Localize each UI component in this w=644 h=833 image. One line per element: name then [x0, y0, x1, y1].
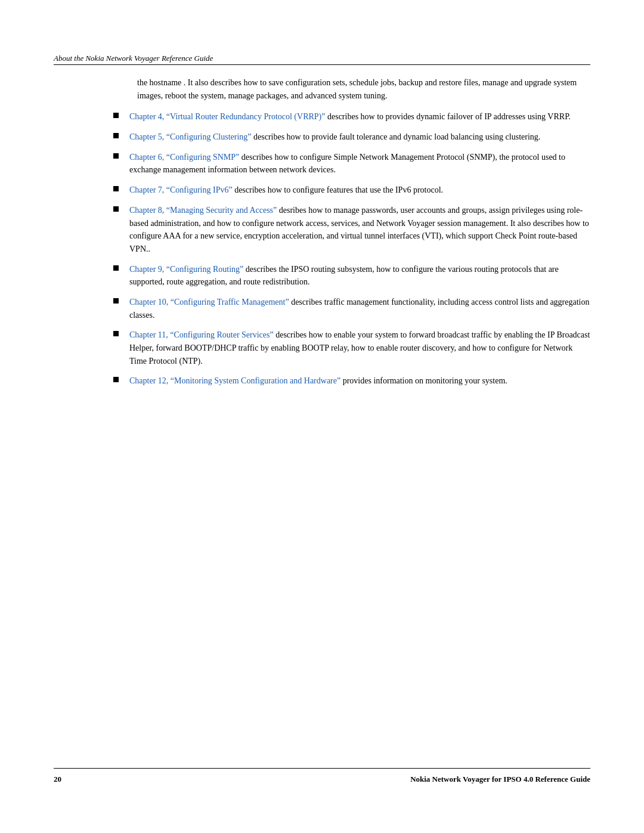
chapter-link-7[interactable]: Chapter 11, “Configuring Router Services…	[129, 330, 274, 339]
chapter-link-0[interactable]: Chapter 4, “Virtual Router Redundancy Pr…	[129, 112, 325, 121]
page: About the Nokia Network Voyager Referenc…	[0, 0, 644, 833]
bullet-text-1: Chapter 5, “Configuring Clustering” desc…	[129, 131, 590, 144]
list-item: Chapter 12, “Monitoring System Configura…	[113, 374, 590, 388]
footer-page-number: 20	[54, 775, 61, 784]
bullet-icon	[113, 153, 119, 159]
footer-title: Nokia Network Voyager for IPSO 4.0 Refer…	[410, 775, 590, 784]
list-item: Chapter 11, “Configuring Router Services…	[113, 329, 590, 367]
footer-rule	[54, 768, 590, 769]
bullet-text-5: Chapter 9, “Configuring Routing” describ…	[129, 263, 590, 289]
chapter-link-4[interactable]: Chapter 8, “Managing Security and Access…	[129, 206, 277, 215]
content-area: the hostname . It also describes how to …	[54, 76, 590, 755]
list-item: Chapter 6, “Configuring SNMP” describes …	[113, 151, 590, 176]
chapter-link-8[interactable]: Chapter 12, “Monitoring System Configura…	[129, 376, 340, 385]
chapter-link-1[interactable]: Chapter 5, “Configuring Clustering”	[129, 132, 252, 141]
list-item: Chapter 8, “Managing Security and Access…	[113, 204, 590, 256]
bullet-icon	[113, 298, 119, 304]
bullet-text-7: Chapter 11, “Configuring Router Services…	[129, 329, 590, 367]
list-item: Chapter 9, “Configuring Routing” describ…	[113, 263, 590, 289]
bullet-list: Chapter 4, “Virtual Router Redundancy Pr…	[54, 110, 590, 388]
bullet-icon	[113, 186, 119, 191]
bullet-text-3: Chapter 7, “Configuring IPv6” describes …	[129, 184, 590, 197]
bullet-icon	[113, 133, 119, 138]
intro-paragraph: the hostname . It also describes how to …	[137, 76, 590, 102]
chapter-link-3[interactable]: Chapter 7, “Configuring IPv6”	[129, 185, 233, 194]
header-rule	[54, 64, 590, 65]
list-item: Chapter 5, “Configuring Clustering” desc…	[113, 131, 590, 144]
chapter-link-6[interactable]: Chapter 10, “Configuring Traffic Managem…	[129, 298, 289, 306]
bullet-icon	[113, 377, 119, 382]
list-item: Chapter 4, “Virtual Router Redundancy Pr…	[113, 110, 590, 123]
bullet-icon	[113, 265, 119, 271]
list-item: Chapter 7, “Configuring IPv6” describes …	[113, 184, 590, 197]
header-text: About the Nokia Network Voyager Referenc…	[54, 54, 213, 63]
bullet-text-8: Chapter 12, “Monitoring System Configura…	[129, 374, 590, 388]
bullet-text-4: Chapter 8, “Managing Security and Access…	[129, 204, 590, 256]
bullet-icon	[113, 206, 119, 212]
chapter-link-5[interactable]: Chapter 9, “Configuring Routing”	[129, 265, 243, 274]
bullet-text-6: Chapter 10, “Configuring Traffic Managem…	[129, 296, 590, 321]
bullet-text-2: Chapter 6, “Configuring SNMP” describes …	[129, 151, 590, 176]
bullet-icon	[113, 331, 119, 336]
list-item: Chapter 10, “Configuring Traffic Managem…	[113, 296, 590, 321]
bullet-icon	[113, 113, 119, 118]
bullet-text-0: Chapter 4, “Virtual Router Redundancy Pr…	[129, 110, 590, 123]
chapter-link-2[interactable]: Chapter 6, “Configuring SNMP”	[129, 153, 239, 162]
